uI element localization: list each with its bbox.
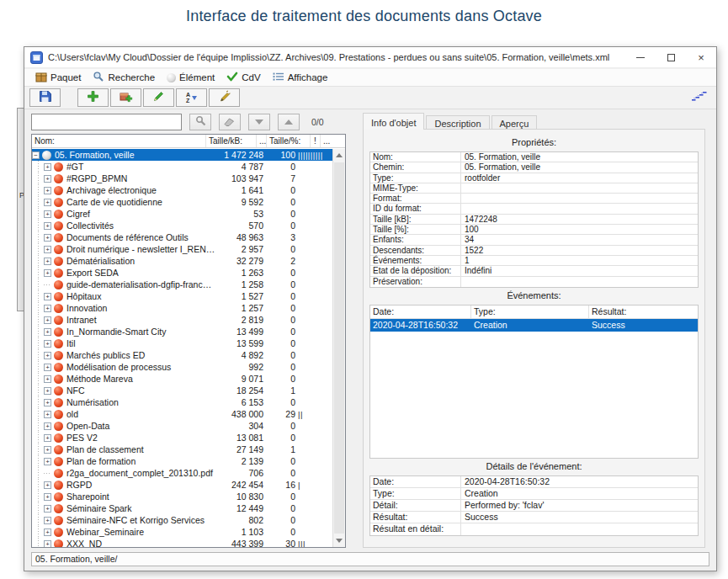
tree-scrollbar[interactable] [332,149,345,547]
expand-icon[interactable]: + [44,411,51,418]
tree-row[interactable]: +Plan de classement27 1491 [32,444,332,455]
tree-row[interactable]: +Collectivités5700 [32,220,332,231]
expand-icon[interactable]: + [44,305,51,312]
tree-row[interactable]: +Export SEDA1 2630 [32,267,332,279]
expand-icon[interactable]: + [44,387,51,395]
tree-row[interactable]: +Open-Data3040 [32,420,332,432]
expand-icon[interactable]: + [44,481,51,489]
add-button[interactable] [77,88,109,107]
menu-cdv[interactable]: CdV [221,69,266,86]
menu-affichage[interactable]: Affichage [267,69,334,86]
tree-row[interactable]: +XXX_ND443 39930||| [32,538,332,547]
scroll-up-icon[interactable] [336,153,343,157]
tree-row[interactable]: +Méthode Mareva9 0710 [32,373,332,385]
tree-row[interactable]: +old438 00029|| [32,408,332,420]
expand-icon[interactable]: + [44,163,51,171]
menu-recherche[interactable]: Recherche [87,69,161,86]
tree-row[interactable]: +Séminaire-NFC et Korrigo Services8020 [32,514,332,526]
tree-row[interactable]: −05. Formation, veille1 472 248100||||||… [32,149,332,161]
expand-icon[interactable]: + [44,269,51,277]
tree-row[interactable]: +Marchés publics ED4 8920 [32,349,332,361]
tree-row[interactable]: +Webinar_Seminaire1 1030 [32,526,332,538]
expand-icon[interactable]: + [44,293,51,300]
edit-special-button[interactable] [209,88,240,107]
search-clear-button[interactable] [219,114,241,130]
search-go-button[interactable] [189,114,211,130]
tree-row[interactable]: +#RGPD_BPMN103 9477 [32,173,332,184]
tree-row[interactable]: +Dématérialisation32 2792 [32,255,332,267]
tree-row[interactable]: +Numérisation6 1530 [32,396,332,408]
expand-icon[interactable]: + [44,446,51,454]
expand-icon[interactable]: + [44,399,51,406]
expand-icon[interactable]: + [44,258,51,265]
expand-icon[interactable]: + [44,246,51,253]
expand-icon[interactable]: + [44,517,51,524]
tree-row[interactable]: +Innovation1 2570 [32,302,332,314]
tree-row[interactable]: +Intranet2 8190 [32,314,332,326]
expand-icon[interactable]: + [44,199,51,206]
expand-icon[interactable]: + [44,234,51,242]
tree-row[interactable]: +Archivage électronique1 6410 [32,184,332,196]
tree-row[interactable]: guide-dematerialisation-dgfip-franceurba… [32,279,332,290]
tree-row[interactable]: +Sharepoint10 8300 [32,491,332,502]
event-row[interactable]: 2020-04-28T16:50:32CreationSuccess [370,319,698,332]
tab-description[interactable]: Description [426,115,489,130]
tree-row[interactable]: +Droit numérique - newsletter I_RENARD2 … [32,243,332,255]
tree-column-dots1[interactable]: ... [257,135,267,147]
expand-icon[interactable]: + [44,540,51,548]
menu-paquet[interactable]: Paquet [29,69,87,86]
expand-icon[interactable]: + [44,187,51,194]
expand-icon[interactable]: + [44,340,51,348]
events-column-date[interactable]: Date: [370,305,471,318]
tree-row[interactable]: +Modélisation de processus9920 [32,361,332,373]
expand-icon[interactable]: + [44,434,51,442]
expand-icon[interactable]: + [44,328,51,336]
statistics-button[interactable] [686,88,711,107]
close-button[interactable]: × [686,47,716,67]
expand-icon[interactable]: + [44,458,51,465]
tree-row[interactable]: +RGPD242 45416| [32,479,332,491]
expand-icon[interactable]: + [44,505,51,513]
scrollbar-thumb[interactable] [334,162,344,534]
expand-icon[interactable]: + [44,175,51,183]
tree-column-size-pct[interactable]: Taille/%: [267,135,311,147]
search-input[interactable] [31,114,182,130]
minimize-button[interactable] [625,47,656,67]
scroll-down-icon[interactable] [336,539,343,543]
tree-row[interactable]: +Séminaire Spark12 4490 [32,502,332,514]
edit-button[interactable] [143,88,174,107]
expand-icon[interactable]: + [44,375,51,383]
expand-icon[interactable]: + [44,352,51,359]
events-column-type[interactable]: Type: [471,305,589,318]
tree-row[interactable]: +Hôpitaux1 5270 [32,290,332,302]
tab-object-info[interactable]: Info d'objet [363,113,424,130]
tree-column-name[interactable]: Nom: [32,135,206,147]
tree-row[interactable]: +PES V213 0810 [32,432,332,444]
tree-column-flag[interactable]: ! [311,135,321,147]
tab-preview[interactable]: Aperçu [492,115,538,130]
expand-icon[interactable]: + [44,222,51,230]
sort-button[interactable]: AZ [176,88,207,107]
tree-row[interactable]: +Plan de formation2 1390 [32,455,332,467]
search-prev-button[interactable] [278,114,300,130]
tree-row[interactable]: +In_Normandie-Smart City13 4990 [32,326,332,337]
tree-row[interactable]: r2ga_document_complet_201310.pdf7060 [32,467,332,479]
tree-column-size-kb[interactable]: Taille/kB: [206,135,257,147]
tree-row[interactable]: +Cigref530 [32,208,332,220]
expand-icon[interactable]: + [44,529,51,536]
tree-row[interactable]: +Carte de vie quotidienne9 5920 [32,196,332,208]
tree-row[interactable]: +#GT4 7870 [32,161,332,173]
expand-icon[interactable]: + [44,422,51,430]
add-package-button[interactable] [110,88,141,107]
menu-element[interactable]: Élément [161,69,221,86]
maximize-button[interactable] [656,47,686,67]
tree-row[interactable]: +NFC18 2541 [32,385,332,396]
save-button[interactable] [29,88,61,107]
tree-column-dots2[interactable]: ... [321,135,332,147]
expand-icon[interactable]: + [44,364,51,371]
search-next-button[interactable] [248,114,270,130]
expand-icon[interactable]: + [44,316,51,324]
collapse-icon[interactable]: − [32,151,40,159]
expand-icon[interactable]: + [44,210,51,218]
tree-row[interactable]: +Itil13 5990 [32,337,332,349]
